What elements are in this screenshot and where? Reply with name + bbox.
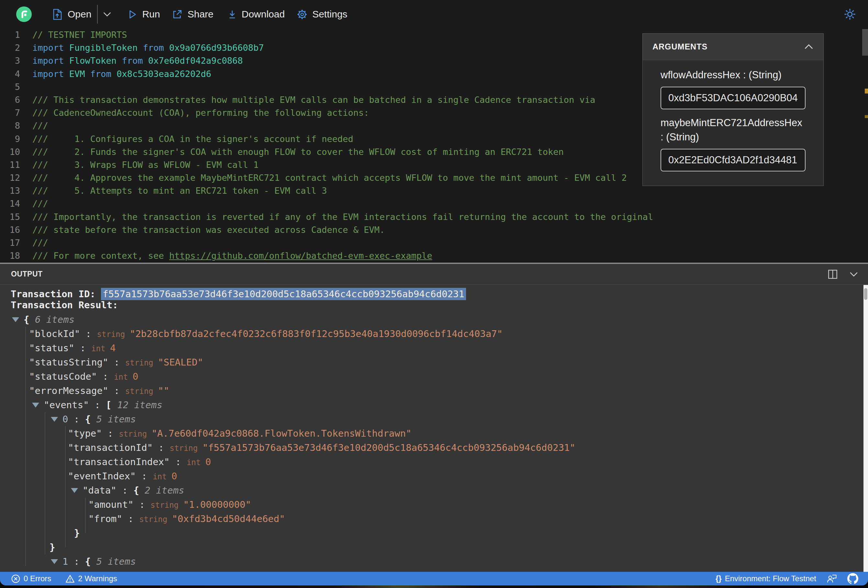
indent-guide [65, 426, 66, 547]
collapse-arrow-icon[interactable] [71, 488, 78, 493]
theme-toggle-button[interactable] [844, 9, 856, 20]
json-tree-row: } [11, 526, 868, 540]
output-body: Transaction ID: f557a1573b76aa53e73d46f3… [0, 284, 868, 572]
warning-triangle-icon [65, 575, 75, 583]
editor-scrollbar-thumb[interactable] [862, 29, 868, 56]
line-number: 15 [0, 211, 20, 224]
code-line: 18/// For more context, see https://gith… [0, 249, 868, 262]
json-tree-row: "blockId" : string "2b28cbfb87da2cfec4f0… [11, 327, 868, 341]
json-tree-row: "transactionIndex" : int 0 [11, 455, 868, 469]
json-tree-row: { 6 items [11, 312, 868, 327]
arguments-panel-header[interactable]: ARGUMENTS [643, 34, 823, 60]
open-label: Open [68, 9, 91, 20]
status-bar: 0 Errors 2 Warnings {} Environment: Flow… [0, 572, 868, 585]
toolbar-divider [97, 5, 98, 24]
arguments-body: wflowAddressHex : (String) maybeMintERC7… [643, 60, 823, 186]
braces-icon: {} [716, 574, 722, 583]
line-number: 18 [0, 249, 20, 262]
argument-label: maybeMintERC721AddressHex : (String) [661, 116, 806, 144]
sun-icon [844, 9, 856, 20]
json-tree-row: 0 : { 5 items [11, 412, 868, 426]
settings-button[interactable]: Settings [297, 9, 347, 20]
download-label: Download [242, 9, 285, 20]
flow-logo[interactable] [16, 6, 32, 22]
download-icon [228, 9, 236, 19]
download-button[interactable]: Download [228, 9, 285, 20]
arguments-title: ARGUMENTS [652, 42, 707, 52]
transaction-id-label: Transaction ID: [11, 289, 101, 299]
json-tree-row: "from" : string "0xfd3b4cd50d44e6ed" [11, 512, 868, 526]
errors-count: 0 Errors [24, 574, 51, 583]
line-number: 16 [0, 224, 20, 236]
overview-ruler-warning-marker [865, 115, 868, 118]
line-number: 2 [0, 41, 20, 55]
gear-icon [297, 9, 307, 19]
code-line: 17/// [0, 236, 868, 249]
line-number: 17 [0, 236, 20, 249]
line-number: 8 [0, 119, 20, 132]
line-number: 12 [0, 171, 20, 184]
code-line: 15/// Importantly, the transaction is re… [0, 211, 868, 224]
json-tree-row: "statusString" : string "SEALED" [11, 355, 868, 369]
open-file-icon [52, 9, 62, 20]
json-tree-row: "amount" : string "1.00000000" [11, 497, 868, 512]
open-menu-button[interactable] [103, 12, 111, 17]
output-scrollbar-track[interactable] [864, 285, 868, 572]
code-line: 16/// state before the transaction was e… [0, 224, 868, 236]
json-result-tree: { 6 items"blockId" : string "2b28cbfb87d… [11, 312, 868, 572]
arguments-panel: ARGUMENTS wflowAddressHex : (String) may… [642, 33, 824, 186]
run-button[interactable]: Run [128, 9, 160, 20]
line-number: 9 [0, 133, 20, 146]
collapse-arrow-icon[interactable] [51, 559, 58, 564]
collapse-output-button[interactable] [849, 272, 858, 277]
json-tree-row: "statusCode" : int 0 [11, 369, 868, 383]
feedback-person-icon [827, 574, 837, 584]
json-tree-row: "events" : [ 12 items [11, 398, 868, 412]
line-number: 1 [0, 28, 20, 41]
collapse-arrow-icon[interactable] [51, 417, 58, 422]
json-tree-row: "data" : { 2 items [11, 483, 868, 497]
line-number: 5 [0, 81, 20, 93]
split-output-button[interactable] [828, 270, 838, 279]
split-columns-icon [828, 270, 838, 279]
json-tree-row: "errorMessage" : string "" [11, 383, 868, 398]
line-number: 7 [0, 106, 20, 119]
feedback-button[interactable] [827, 574, 837, 584]
argument-input-maybemint-address[interactable] [661, 149, 806, 171]
warnings-status[interactable]: 2 Warnings [65, 574, 117, 583]
collapse-arrow-icon[interactable] [32, 403, 39, 408]
editor-output-resize-handle[interactable] [0, 262, 868, 264]
environment-status[interactable]: {} Environment: Flow Testnet [716, 574, 816, 583]
transaction-id-value: f557a1573b76aa53e73d46f3e10d200d5c18a653… [101, 288, 466, 300]
output-panel: OUTPUT Transaction ID: f557a1573b76aa53e… [0, 264, 868, 572]
argument-input-wflow-address[interactable] [661, 87, 806, 109]
errors-status[interactable]: 0 Errors [11, 574, 51, 584]
output-scrollbar-thumb[interactable] [864, 288, 867, 300]
github-link[interactable] [847, 573, 858, 584]
json-tree-row: "status" : int 4 [11, 341, 868, 355]
line-number: 14 [0, 197, 20, 210]
line-number: 13 [0, 184, 20, 197]
open-button[interactable]: Open [52, 9, 91, 20]
environment-label: Environment: Flow Testnet [725, 574, 816, 583]
warnings-count: 2 Warnings [78, 574, 117, 583]
collapse-arrow-icon[interactable] [12, 317, 19, 322]
github-icon [847, 573, 858, 584]
output-title: OUTPUT [11, 270, 43, 279]
json-tree-row: "eventIndex" : int 0 [11, 469, 868, 483]
line-number: 11 [0, 159, 20, 171]
json-tree-row: "type" : string "A.7e60df042a9c0868.Flow… [11, 569, 868, 572]
line-number: 10 [0, 146, 20, 159]
arguments-collapse-button[interactable] [804, 44, 813, 50]
line-number: 4 [0, 68, 20, 81]
indent-guide [45, 412, 45, 554]
share-button[interactable]: Share [172, 9, 213, 20]
app-window: Open Run Share Downloa [0, 0, 868, 585]
json-tree-row: "transactionId" : string "f557a1573b76aa… [11, 441, 868, 455]
toolbar: Open Run Share Downloa [0, 0, 868, 28]
transaction-id-line: Transaction ID: f557a1573b76aa53e73d46f3… [11, 289, 868, 299]
settings-label: Settings [312, 9, 347, 20]
output-header: OUTPUT [0, 264, 868, 284]
indent-guide [25, 327, 26, 566]
share-icon [172, 9, 182, 19]
